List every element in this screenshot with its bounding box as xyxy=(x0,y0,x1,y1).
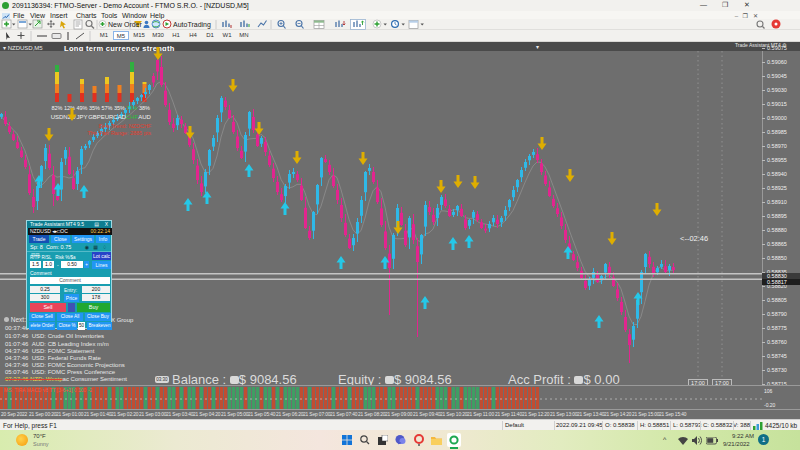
svg-text:57%: 57% xyxy=(101,105,112,111)
svg-text:AUD: AUD xyxy=(138,114,151,120)
svg-text:CHF: CHF xyxy=(126,114,139,120)
svg-text:38%: 38% xyxy=(139,105,150,111)
svg-text:71%: 71% xyxy=(126,105,137,111)
svg-text:35%: 35% xyxy=(89,105,100,111)
svg-text:49%: 49% xyxy=(76,105,87,111)
svg-text:82%: 82% xyxy=(51,105,62,111)
svg-text:35%: 35% xyxy=(114,105,125,111)
svg-text:USD: USD xyxy=(51,114,64,120)
svg-text:This Pair Range: 2885 pts: This Pair Range: 2885 pts xyxy=(87,130,151,136)
svg-text:JPY: JPY xyxy=(76,114,87,120)
svg-text:GBP: GBP xyxy=(88,114,101,120)
svg-text:Best Trend: NZDCHF: Best Trend: NZDCHF xyxy=(99,123,152,129)
svg-text:CAD: CAD xyxy=(113,114,126,120)
svg-text:EUR: EUR xyxy=(101,114,114,120)
